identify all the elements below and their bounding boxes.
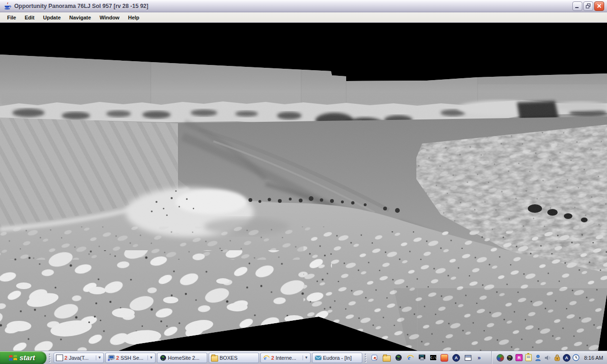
quick-launch-bar: e CTV C:\ A » xyxy=(370,354,483,362)
svg-text:CTV: CTV xyxy=(420,355,424,357)
menubar: File Edit Update Navigate Window Help xyxy=(0,12,607,23)
taskbutton-java[interactable]: 2 Java(T... ▼ xyxy=(54,353,104,363)
taskbutton-eudora[interactable]: Eudora - [In] xyxy=(312,353,362,363)
start-label: start xyxy=(19,354,38,362)
restore-button[interactable] xyxy=(583,1,593,11)
close-button[interactable] xyxy=(594,1,604,11)
gold-lock-icon[interactable] xyxy=(553,354,561,362)
window-app-icon[interactable] xyxy=(464,354,472,362)
group-count: 2 xyxy=(271,355,274,361)
folder-icon[interactable] xyxy=(382,354,391,362)
window-titlebar[interactable]: Opportunity Panorama 76LJ Sol 957 [rv 28… xyxy=(0,0,607,12)
menu-help[interactable]: Help xyxy=(124,14,144,21)
quicklaunch-overflow-chevron[interactable]: » xyxy=(476,355,483,361)
group-dropdown-arrow[interactable]: ▼ xyxy=(147,355,153,360)
eudora-mail-icon xyxy=(314,355,322,361)
internet-explorer-icon: e xyxy=(263,355,270,361)
panorama-viewer[interactable] xyxy=(0,23,607,351)
internet-explorer-icon[interactable]: e xyxy=(406,354,414,362)
mars-panorama-mosaic xyxy=(0,23,607,351)
globe-tray-icon[interactable] xyxy=(506,354,514,362)
taskbutton-boxes[interactable]: BOXES xyxy=(209,353,259,363)
blue-a-tray-icon[interactable]: A xyxy=(563,354,570,362)
minimize-icon xyxy=(575,3,580,9)
close-icon xyxy=(597,3,602,9)
java-window-icon xyxy=(56,355,63,361)
magenta-app-icon[interactable]: R xyxy=(515,354,523,362)
globe-icon xyxy=(159,355,166,361)
taskbar: start 2 Java(T... ▼ 2 SSH Se... ▼ xyxy=(0,351,607,364)
color-swirl-icon[interactable] xyxy=(497,354,504,362)
start-button[interactable]: start xyxy=(0,351,46,364)
group-count: 2 xyxy=(116,355,119,361)
clipboard-icon[interactable] xyxy=(525,354,533,362)
volume-icon[interactable] xyxy=(544,354,552,362)
menu-edit[interactable]: Edit xyxy=(20,14,39,21)
menu-file[interactable]: File xyxy=(3,14,20,21)
taskbar-grip[interactable] xyxy=(47,353,52,363)
menu-navigate[interactable]: Navigate xyxy=(65,14,95,21)
taskbutton-label: Eudora - [In] xyxy=(323,355,360,361)
menu-update[interactable]: Update xyxy=(39,14,65,21)
restore-icon xyxy=(586,3,591,9)
taskbutton-label: BOXES xyxy=(220,355,257,361)
windows-flag-icon xyxy=(9,354,18,362)
group-dropdown-arrow[interactable]: ▼ xyxy=(96,355,101,360)
taskbutton-label: Java(T... xyxy=(69,355,94,361)
java-coffee-cup-icon xyxy=(3,2,12,10)
taskbutton-label: HomeSite 2... xyxy=(168,355,205,361)
taskbutton-internet[interactable]: e 2 Interne... ▼ xyxy=(260,353,311,363)
system-tray: R A 8:16 AM xyxy=(491,351,607,364)
menu-window[interactable]: Window xyxy=(95,14,124,21)
desktop-screen: Opportunity Panorama 76LJ Sol 957 [rv 28… xyxy=(0,0,607,364)
taskbutton-label: SSH Se... xyxy=(120,355,146,361)
orange-app-icon[interactable] xyxy=(440,354,449,362)
tray-clock: 8:16 AM xyxy=(584,355,603,361)
messenger-person-icon[interactable] xyxy=(534,354,542,362)
quicklaunch-grip[interactable] xyxy=(363,353,368,363)
show-desktop-icon[interactable] xyxy=(370,354,379,362)
blue-a-icon[interactable]: A xyxy=(452,354,460,362)
taskbutton-ssh[interactable]: 2 SSH Se... ▼ xyxy=(105,353,156,363)
window-title: Opportunity Panorama 76LJ Sol 957 [rv 28… xyxy=(14,3,148,9)
globe-icon[interactable] xyxy=(394,354,403,362)
group-dropdown-arrow[interactable]: ▼ xyxy=(303,355,308,360)
ctv-monitor-icon[interactable]: CTV xyxy=(418,354,426,362)
window-controls xyxy=(572,1,605,11)
taskbutton-label: Interne... xyxy=(276,355,301,361)
folder-icon xyxy=(211,355,218,361)
minimize-button[interactable] xyxy=(572,1,582,11)
command-prompt-icon[interactable]: C:\ xyxy=(430,355,437,361)
group-count: 2 xyxy=(64,355,67,361)
clock-tray-icon[interactable] xyxy=(572,354,580,362)
taskbutton-homesite[interactable]: HomeSite 2... xyxy=(157,353,207,363)
task-buttons: 2 Java(T... ▼ 2 SSH Se... ▼ HomeSite 2..… xyxy=(54,353,362,363)
ssh-terminal-icon xyxy=(108,355,115,361)
